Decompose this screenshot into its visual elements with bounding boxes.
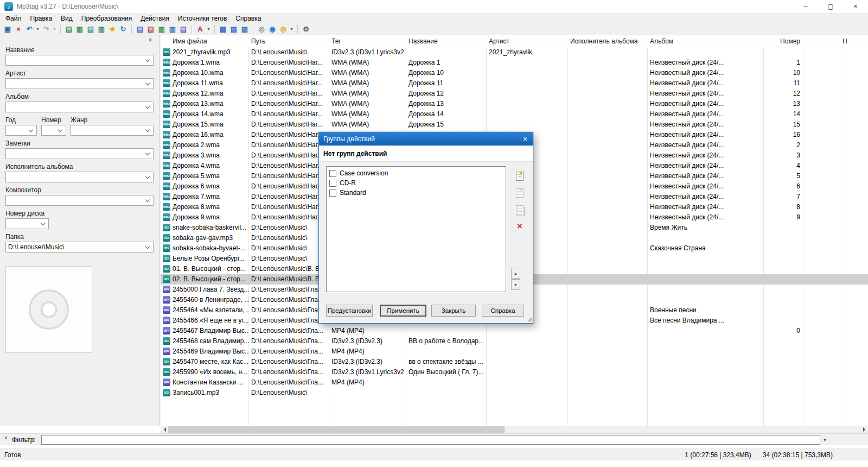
cd-dropdown-icon[interactable]: ▾ <box>289 24 295 34</box>
file-row[interactable]: WMAДорожка 11.wmaD:\Lenouser\Music\Наг..… <box>161 78 868 89</box>
field-composer-combobox[interactable] <box>5 195 154 206</box>
filter-close-icon[interactable]: × <box>2 434 10 441</box>
save-tag-icon[interactable]: ▣ <box>2 24 13 34</box>
undo-dropdown-icon[interactable]: ▾ <box>35 24 41 34</box>
file-copy-icon[interactable]: ▥ <box>167 24 178 34</box>
field-folder-combobox[interactable]: D:\Lenouser\Music\ <box>5 242 154 253</box>
remove-tag-icon[interactable]: × <box>13 24 24 34</box>
action-group-checkbox[interactable] <box>329 190 336 197</box>
dialog-title-bar[interactable]: Группы действий × <box>319 132 533 146</box>
web-sources-icon[interactable]: ◉ <box>267 24 278 34</box>
action-group-checkbox[interactable] <box>329 170 336 177</box>
menu-item-2[interactable]: Правка <box>26 14 57 23</box>
presets-button[interactable]: Предустановки <box>326 305 373 317</box>
close-button[interactable]: Закрыть <box>431 305 476 317</box>
action-group-item[interactable]: CD-R <box>328 178 505 188</box>
redo-dropdown-icon[interactable]: ▾ <box>52 24 58 34</box>
convert-tag-tag-icon[interactable]: ▥ <box>96 24 107 34</box>
column-header-album[interactable]: Альбом <box>648 35 764 47</box>
menu-item-4[interactable]: Преобразования <box>77 14 137 23</box>
close-button[interactable]: × <box>843 0 868 13</box>
cover-art-box[interactable] <box>5 266 92 353</box>
file-row[interactable]: WMAДорожка 14.wmaD:\Lenouser\Music\Наг..… <box>161 109 868 119</box>
action-group-checkbox[interactable] <box>329 180 336 187</box>
field-comment-combobox[interactable] <box>5 148 154 159</box>
menu-item-5[interactable]: Действия <box>136 14 174 23</box>
menu-item-7[interactable]: Справка <box>231 14 265 23</box>
menu-item-1[interactable]: Файл <box>1 14 26 23</box>
file-row[interactable]: ID32455990 «Их восемь, н...D:\Lenouser\M… <box>161 367 868 377</box>
file-row[interactable]: ID32455470 месте, как Кас...D:\Lenouser\… <box>161 357 868 367</box>
filter-dropdown-button[interactable]: ▾ <box>821 436 828 444</box>
options-wrench-icon[interactable]: ⚙ <box>301 24 311 34</box>
field-album-combobox[interactable] <box>5 102 154 112</box>
column-header-track[interactable]: Номер <box>764 35 803 47</box>
file-paste-icon[interactable]: ▥ <box>156 24 167 34</box>
extended-tags-icon[interactable]: ▧ <box>228 24 239 34</box>
file-row[interactable]: ID32455468 сам Владимир...D:\Lenouser\Mu… <box>161 336 868 346</box>
column-header-tag[interactable]: Тег <box>329 35 406 47</box>
copy-action-group-button[interactable] <box>513 203 527 217</box>
field-artist-combobox[interactable] <box>5 78 154 89</box>
file-row[interactable]: WMAДорожка 1.wmaD:\Lenouser\Music\Наг...… <box>161 58 868 68</box>
file-row[interactable]: MP42455467 Владимир Выс...D:\Lenouser\Mu… <box>161 326 868 336</box>
filter-input[interactable] <box>41 435 820 445</box>
file-remove-icon[interactable]: ▤ <box>145 24 156 34</box>
file-row[interactable]: ID32021_zhyravlik.mp3D:\Lenouser\Music\I… <box>161 47 868 58</box>
menu-item-3[interactable]: Вид <box>56 14 77 23</box>
convert-filename-tag-icon[interactable]: ▥ <box>74 24 85 34</box>
move-down-button[interactable]: ▼ <box>511 279 520 290</box>
delete-action-group-button[interactable]: × <box>513 219 527 234</box>
file-row[interactable]: WMAДорожка 12.wmaD:\Lenouser\Music\Наг..… <box>161 89 868 99</box>
file-row[interactable]: WMAДорожка 13.wmaD:\Lenouser\Music\Наг..… <box>161 99 868 109</box>
file-row[interactable]: ID3Запись001.mp3D:\Lenouser\Music\ <box>161 388 868 398</box>
menu-item-6[interactable]: Источники тегов <box>174 14 231 23</box>
field-albumartist-combobox[interactable] <box>5 172 154 182</box>
scroll-left-button[interactable] <box>161 426 168 433</box>
column-header-title[interactable]: Название <box>406 35 487 47</box>
action-groups-list[interactable]: Case conversionCD-RStandard <box>326 166 506 292</box>
tag-panel-icon[interactable]: ▦ <box>218 24 228 34</box>
action-group-item[interactable]: Standard <box>328 188 505 198</box>
file-row[interactable]: MP42455469 Владимир Выс...D:\Lenouser\Mu… <box>161 346 868 357</box>
column-header-spacer[interactable] <box>803 35 840 47</box>
dialog-close-icon[interactable]: × <box>518 132 533 146</box>
refresh-icon[interactable]: ↻ <box>118 24 129 34</box>
cd-icon[interactable]: ◎ <box>278 24 289 34</box>
column-header-discnumber[interactable]: Н <box>840 35 868 47</box>
case-conversion-icon[interactable]: A <box>195 24 206 34</box>
file-row[interactable]: WMAДорожка 10.wmaD:\Lenouser\Music\Наг..… <box>161 68 868 78</box>
field-year-combobox[interactable] <box>5 125 37 136</box>
column-header-filename[interactable]: Имя файла <box>161 35 249 47</box>
file-row[interactable]: MP4Константин Казански ...D:\Lenouser\Mu… <box>161 377 868 388</box>
field-title-combobox[interactable] <box>5 55 154 66</box>
scrollbar-thumb[interactable] <box>168 426 505 433</box>
scroll-right-button[interactable] <box>860 426 868 433</box>
column-header-albumartist[interactable]: Исполнитель альбома <box>568 35 648 47</box>
horizontal-scrollbar[interactable] <box>161 426 868 433</box>
action-group-item[interactable]: Case conversion <box>328 168 505 178</box>
tag-panel-close-icon[interactable]: × <box>146 36 154 44</box>
convert-tag-filename-icon[interactable]: ▤ <box>63 24 74 34</box>
new-action-group-button[interactable]: ★ <box>513 169 527 183</box>
move-up-button[interactable]: ▲ <box>511 268 520 279</box>
column-header-path[interactable]: Путь <box>249 35 329 47</box>
freedb-icon[interactable]: ◎ <box>256 24 267 34</box>
column-header-artist[interactable]: Артист <box>487 35 568 47</box>
file-save-icon[interactable]: ▤ <box>135 24 145 34</box>
dialog-resize-grip[interactable]: ◢ <box>527 315 532 323</box>
actions-star-icon[interactable]: ★ <box>107 24 118 34</box>
case-conversion-dropdown-icon[interactable]: ▾ <box>206 24 212 34</box>
cover-art-icon[interactable]: ▨ <box>239 24 250 34</box>
undo-icon[interactable]: ↶ <box>24 24 35 34</box>
redo-icon[interactable]: ↷ <box>41 24 52 34</box>
apply-button[interactable]: Применить <box>380 305 426 317</box>
convert-text-tag-icon[interactable]: ▤ <box>85 24 96 34</box>
maximize-button[interactable]: ▢ <box>818 0 843 13</box>
minimize-button[interactable]: – <box>793 0 818 13</box>
help-button[interactable]: Справка <box>482 305 524 317</box>
field-genre-combobox[interactable] <box>71 125 154 136</box>
field-track-combobox[interactable] <box>41 125 66 136</box>
playlist-icon[interactable]: ▤ <box>178 24 189 34</box>
edit-action-group-button[interactable]: ✎ <box>513 186 527 200</box>
